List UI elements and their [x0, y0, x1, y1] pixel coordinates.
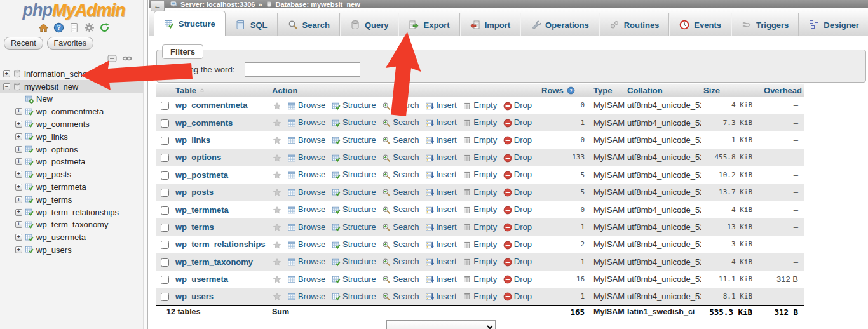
favorite-star-icon[interactable] [273, 119, 281, 128]
favorites-button[interactable]: Favorites [47, 37, 93, 50]
table-name-link[interactable]: wp_posts [175, 187, 214, 197]
sidebar-item-information-schema[interactable]: + information_schema [0, 67, 147, 80]
tab-events[interactable]: Events [669, 13, 731, 36]
action-insert-link[interactable]: Insert [425, 117, 459, 127]
action-search-link[interactable]: Search [382, 187, 421, 197]
breadcrumb-database-link[interactable]: Database: mywebsit_new [276, 1, 360, 8]
action-structure-link[interactable]: Structure [332, 257, 378, 266]
action-search-link[interactable]: Search [382, 205, 421, 214]
with-selected-dropdown[interactable] [386, 320, 496, 329]
rows-help-icon[interactable]: ? [567, 86, 575, 95]
table-name-link[interactable]: wp_users [175, 292, 214, 301]
action-drop-link[interactable]: Drop [503, 257, 532, 266]
expand-icon[interactable]: + [15, 121, 22, 128]
action-structure-link[interactable]: Structure [332, 135, 378, 145]
expand-icon[interactable]: + [15, 209, 22, 216]
action-search-link[interactable]: Search [382, 257, 421, 266]
action-browse-link[interactable]: Browse [287, 100, 328, 110]
row-checkbox[interactable] [161, 154, 169, 162]
action-structure-link[interactable]: Structure [332, 170, 378, 179]
sidebar-item-wp-term-taxonomy[interactable]: + wp_term_taxonomy [0, 218, 147, 231]
action-browse-link[interactable]: Browse [287, 117, 328, 127]
favorite-star-icon[interactable] [273, 223, 281, 232]
recent-button[interactable]: Recent [4, 37, 43, 50]
action-drop-link[interactable]: Drop [503, 135, 532, 145]
expand-icon[interactable]: + [15, 184, 22, 191]
action-browse-link[interactable]: Browse [287, 239, 328, 249]
home-icon[interactable] [38, 22, 49, 33]
sidebar-item-wp-commentmeta[interactable]: + wp_commentmeta [0, 105, 147, 118]
row-checkbox[interactable] [161, 241, 169, 249]
row-checkbox[interactable] [161, 258, 169, 267]
action-drop-link[interactable]: Drop [503, 100, 532, 110]
row-checkbox[interactable] [161, 206, 169, 215]
action-empty-link[interactable]: Empty [463, 205, 499, 214]
action-search-link[interactable]: Search [382, 135, 421, 145]
action-drop-link[interactable]: Drop [503, 274, 532, 284]
action-structure-link[interactable]: Structure [332, 292, 378, 301]
sidebar-item-wp-postmeta[interactable]: + wp_postmeta [0, 156, 147, 168]
action-insert-link[interactable]: Insert [425, 292, 459, 301]
favorite-star-icon[interactable] [273, 206, 281, 215]
docs-icon[interactable] [69, 22, 79, 33]
table-name-link[interactable]: wp_terms [175, 222, 214, 232]
tab-export[interactable]: Export [398, 13, 459, 36]
action-empty-link[interactable]: Empty [463, 257, 499, 266]
expand-icon[interactable]: + [15, 171, 22, 178]
action-insert-link[interactable]: Insert [425, 257, 459, 266]
collapse-all-button[interactable] [107, 53, 118, 64]
table-name-link[interactable]: wp_comments [175, 118, 233, 128]
collapse-icon[interactable]: − [3, 83, 10, 90]
favorite-star-icon[interactable] [273, 188, 281, 197]
favorite-star-icon[interactable] [273, 258, 281, 267]
action-insert-link[interactable]: Insert [425, 239, 459, 249]
action-search-link[interactable]: Search [382, 117, 421, 127]
action-browse-link[interactable]: Browse [287, 205, 328, 214]
action-empty-link[interactable]: Empty [463, 239, 499, 249]
action-structure-link[interactable]: Structure [332, 205, 378, 214]
favorite-star-icon[interactable] [273, 292, 281, 301]
action-structure-link[interactable]: Structure [332, 222, 378, 232]
favorite-star-icon[interactable] [273, 171, 281, 180]
phpmyadmin-logo[interactable]: phpMyAdmin [0, 0, 147, 20]
sidebar-item-mywebsit-new[interactable]: − mywebsit_new [0, 80, 147, 93]
table-name-link[interactable]: wp_commentmeta [175, 100, 247, 110]
favorite-star-icon[interactable] [273, 154, 281, 163]
favorite-star-icon[interactable] [273, 275, 281, 284]
expand-icon[interactable]: + [15, 246, 22, 253]
sidebar-item-wp-term-relationships[interactable]: + wp_term_relationships [0, 206, 147, 218]
expand-icon[interactable]: + [15, 133, 22, 140]
action-empty-link[interactable]: Empty [463, 117, 499, 127]
action-empty-link[interactable]: Empty [463, 170, 499, 179]
action-insert-link[interactable]: Insert [425, 187, 459, 197]
action-drop-link[interactable]: Drop [503, 170, 532, 179]
sidebar-item-wp-comments[interactable]: + wp_comments [0, 118, 147, 131]
tab-routines[interactable]: Routines [599, 13, 670, 36]
containing-word-input[interactable] [245, 62, 360, 77]
table-name-link[interactable]: wp_term_relationships [175, 239, 266, 249]
header-table[interactable]: Table [173, 84, 269, 97]
action-browse-link[interactable]: Browse [287, 257, 328, 266]
action-browse-link[interactable]: Browse [287, 152, 328, 162]
sidebar-item-wp-usermeta[interactable]: + wp_usermeta [0, 231, 147, 244]
unlink-button[interactable] [122, 53, 132, 64]
table-name-link[interactable]: wp_usermeta [175, 274, 228, 284]
table-name-link[interactable]: wp_postmeta [175, 170, 228, 180]
action-drop-link[interactable]: Drop [503, 152, 532, 162]
action-insert-link[interactable]: Insert [425, 274, 459, 284]
action-drop-link[interactable]: Drop [503, 205, 532, 214]
row-checkbox[interactable] [161, 276, 169, 284]
action-browse-link[interactable]: Browse [287, 170, 328, 179]
action-empty-link[interactable]: Empty [463, 100, 499, 110]
expand-icon[interactable]: + [15, 108, 22, 115]
action-empty-link[interactable]: Empty [463, 274, 499, 284]
tab-designer[interactable]: Designer [799, 13, 868, 36]
expand-icon[interactable]: + [3, 70, 10, 77]
expand-icon[interactable]: + [15, 196, 22, 203]
favorite-star-icon[interactable] [273, 102, 281, 111]
action-structure-link[interactable]: Structure [332, 152, 378, 162]
action-empty-link[interactable]: Empty [463, 135, 499, 145]
action-insert-link[interactable]: Insert [425, 100, 459, 110]
favorite-star-icon[interactable] [273, 241, 281, 250]
action-browse-link[interactable]: Browse [287, 187, 328, 197]
